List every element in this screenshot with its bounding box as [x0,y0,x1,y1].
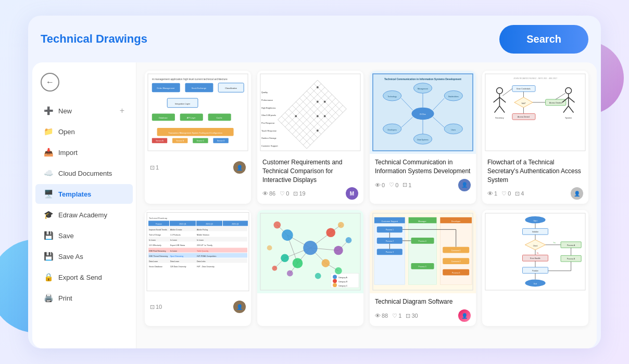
sidebar-item-cloud-label: Cloud Documents [58,170,112,177]
card-4-title: Flowchart of a Technical Secretary's Aut… [487,158,583,184]
copy-icon: ⊡ [150,164,155,171]
sidebar-item-academy[interactable]: 🎓 Edraw Academy [35,205,133,225]
copy-icon: ⊡ [293,190,298,197]
svg-text:12.5 Effectively: 12.5 Effectively [149,244,161,246]
svg-text:Adobe Creator: Adobe Creator [170,229,183,231]
svg-text:Customer Support: Customer Support [261,145,279,147]
sidebar-item-save[interactable]: 💾 Save [35,226,133,245]
heart-icon: ♡ [392,313,397,319]
svg-text:Vector Database: Vector Database [149,266,162,268]
svg-text:Feature: Feature [156,223,162,225]
template-card-1[interactable]: nt management application high level cur… [145,71,251,204]
search-button[interactable]: Search [499,25,588,54]
svg-point-183 [346,237,352,243]
svg-text:Data Learn: Data Learn [170,261,179,263]
card-4-diagram: JOHN RICARDO NUNEZ - INFO 202 - 498 2017… [484,73,586,152]
sidebar-item-cloud[interactable]: ☁️ Cloud Documents [35,163,133,183]
svg-text:Manager: Manager [418,220,426,223]
card-7-avatar: 👤 [458,309,471,322]
cloud-icon: ☁️ [44,168,53,178]
svg-text:1.5 Products: 1.5 Products [170,234,181,236]
sidebar-item-save-label: Save [58,232,74,240]
svg-text:IS Dev: IS Dev [420,113,426,115]
content-area: ← ➕ New + 📁 Open 📥 Import ☁️ Cloud Docum… [32,62,597,348]
card-3-stats: 👁 0 ♡ 0 ⊡ 1 [375,181,411,188]
template-card-7[interactable]: Customer Support Manager Developer P [370,210,476,326]
svg-text:Yes: Yes [553,242,556,244]
card-6-info [257,293,363,306]
card-4-info: Flowchart of a Technical Secretary's Aut… [482,154,588,204]
sidebar-item-new[interactable]: ➕ New + [35,101,133,121]
template-card-2[interactable]: Quality Performance High Brightness Ultr… [257,71,363,204]
template-card-8[interactable]: Start Initialize Check [482,210,588,326]
svg-text:Developers: Developers [388,129,397,131]
sidebar-item-import[interactable]: 📥 Import [35,142,133,162]
new-plus-icon: + [120,106,124,115]
svg-text:Management: Management [418,88,428,90]
copy-icon: ⊡ [402,181,407,188]
template-card-5[interactable]: Technical Roadmap Feature 2022-Q1 2023-Q… [145,210,251,326]
template-card-3[interactable]: Technical Communication in Information S… [370,71,476,204]
svg-text:Technical Communication in Inf: Technical Communication in Information S… [384,78,461,81]
card-1-avatar: 👤 [233,161,246,174]
eye-icon: 👁 [375,182,381,188]
svg-text:Finalize: Finalize [532,270,538,272]
svg-text:Enter Credentials: Enter Credentials [517,88,531,90]
svg-point-172 [333,283,337,288]
card-7-title: Technical Diagram Software [375,297,471,306]
svg-point-181 [273,222,281,229]
sidebar-item-open[interactable]: 📁 Open [35,122,133,141]
svg-text:Service A: Service A [156,140,163,142]
card-1-copies: ⊡ 1 [150,164,159,171]
svg-text:In Learn: In Learn [197,239,204,241]
svg-text:Users: Users [451,129,456,131]
svg-point-182 [338,222,344,228]
card-2-info: Customer Requirements and Technical Comp… [257,154,363,204]
svg-text:HHE Real Streaming: HHE Real Streaming [149,250,166,252]
template-card-6[interactable]: Category A Category B Category C [257,210,363,326]
card-2-stats: 👁 86 ♡ 0 ⊡ 19 [262,190,306,197]
svg-text:2022-Q1: 2022-Q1 [179,223,186,225]
card-1-diagram: nt management application high level cur… [147,73,249,152]
template-card-4[interactable]: JOHN RICARDO NUNEZ - INFO 202 - 498 2017… [482,71,588,204]
svg-point-188 [315,273,321,279]
svg-text:Process 5: Process 5 [418,266,426,268]
svg-text:Secretary: Secretary [495,116,504,119]
sidebar-item-templates[interactable]: 🖥️ Templates [35,184,133,204]
svg-text:Table Quantity: Table Quantity [197,250,209,252]
avatar-img: 👤 [574,191,580,197]
academy-icon: 🎓 [44,210,53,219]
svg-text:Performance: Performance [261,99,273,101]
back-button[interactable]: ← [41,73,59,92]
top-bar: Technical Drawings Search [28,16,601,62]
main-card: Technical Drawings Search ← ➕ New + 📁 Op… [28,16,601,348]
avatar-img: 👤 [461,182,468,188]
card-7-diagram: Customer Support Manager Developer P [372,212,474,291]
card-8-thumbnail: Start Initialize Check [482,210,588,293]
svg-text:HVT-PGML Competition: HVT-PGML Competition [197,255,216,257]
svg-text:526 Data University: 526 Data University [170,266,186,268]
card-5-thumbnail: Technical Roadmap Feature 2022-Q1 2023-Q… [145,210,251,293]
print-icon: 🖨️ [44,293,53,303]
svg-text:Process 3: Process 3 [386,252,394,254]
svg-text:2023-Q3: 2023-Q3 [206,223,213,225]
svg-text:Data Learn: Data Learn [149,261,158,263]
sidebar-item-export[interactable]: 🔒 Export & Send [35,267,133,287]
card-6-thumbnail: Category A Category B Category C [257,210,363,293]
svg-text:Service D: Service D [217,140,225,142]
sidebar-item-print[interactable]: 🖨️ Print [35,288,133,308]
svg-point-176 [326,228,335,238]
sidebar: ← ➕ New + 📁 Open 📥 Import ☁️ Cloud Docum… [32,62,136,348]
sidebar-item-saveas[interactable]: 💾 Save As [35,246,133,266]
svg-text:Customer Support: Customer Support [381,220,398,223]
svg-text:Stakeholders: Stakeholders [448,96,459,98]
copy-icon: ⊡ [406,313,410,319]
svg-text:Error Handle: Error Handle [530,258,540,260]
svg-text:Developer: Developer [451,220,461,223]
svg-point-180 [281,254,289,263]
card-2-diagram: Quality Performance High Brightness Ultr… [259,73,361,152]
card-2-likes: ♡ 0 [280,190,289,197]
svg-text:Process 6: Process 6 [452,272,460,274]
svg-point-186 [272,266,278,271]
svg-text:In Learn: In Learn [170,239,177,241]
